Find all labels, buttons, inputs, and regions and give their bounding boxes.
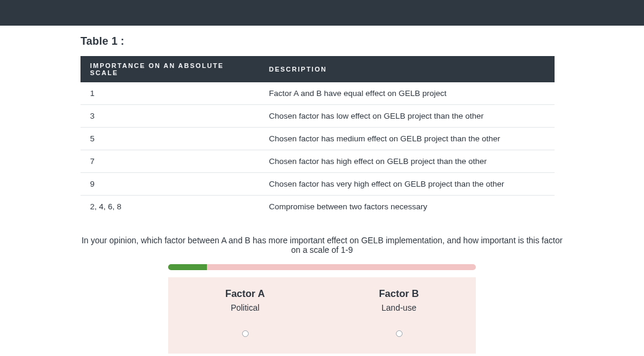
table-row: 5 Chosen factor has medium effect on GEL… xyxy=(80,128,555,150)
choose-a-radio[interactable] xyxy=(242,330,249,337)
cell-desc: Chosen factor has medium effect on GELB … xyxy=(259,128,555,150)
cell-level: 9 xyxy=(80,173,259,196)
cell-desc: Chosen factor has high effect on GELB pr… xyxy=(259,150,555,173)
cell-level: 5 xyxy=(80,128,259,150)
factor-title: Factor B xyxy=(379,288,419,299)
main-content: Table 1 : Importance on an absolute scal… xyxy=(0,35,644,356)
cell-level: 3 xyxy=(80,105,259,128)
cell-desc: Factor A and B have equal effect on GELB… xyxy=(259,82,555,105)
header-bar xyxy=(0,0,644,26)
survey-question: In your opinion, which factor between A … xyxy=(80,236,564,255)
cell-level: 1 xyxy=(80,82,259,105)
cell-desc: Chosen factor has very high effect on GE… xyxy=(259,173,555,196)
progress-bar xyxy=(168,264,476,270)
factor-subtitle: Land-use xyxy=(382,303,416,312)
table-row: 9 Chosen factor has very high effect on … xyxy=(80,173,555,196)
pair-card: Factor A Political Factor B Land-use xyxy=(168,277,476,354)
importance-scale-table: Importance on an absolute scale Descript… xyxy=(80,56,555,218)
progress-fill xyxy=(168,264,207,270)
col-header-importance: Importance on an absolute scale xyxy=(80,56,259,82)
choose-b-radio[interactable] xyxy=(396,330,402,337)
factor-subtitle: Political xyxy=(231,303,259,312)
table-row: 1 Factor A and B have equal effect on GE… xyxy=(80,82,555,105)
pair-side-b: Factor B Land-use xyxy=(322,277,476,354)
cell-level: 2, 4, 6, 8 xyxy=(80,196,259,218)
table-heading: Table 1 : xyxy=(80,35,564,48)
table-row: 7 Chosen factor has high effect on GELB … xyxy=(80,150,555,173)
survey-wrap: Factor A Political Factor B Land-use Fac… xyxy=(168,264,476,356)
col-header-description: Description xyxy=(259,56,555,82)
factor-title: Factor A xyxy=(225,288,265,299)
table-row: 2, 4, 6, 8 Compromise between two factor… xyxy=(80,196,555,218)
cell-desc: Chosen factor has low effect on GELB pro… xyxy=(259,105,555,128)
table-row: 3 Chosen factor has low effect on GELB p… xyxy=(80,105,555,128)
cell-desc: Compromise between two factors necessary xyxy=(259,196,555,218)
cell-level: 7 xyxy=(80,150,259,173)
pair-side-a: Factor A Political xyxy=(168,277,322,354)
